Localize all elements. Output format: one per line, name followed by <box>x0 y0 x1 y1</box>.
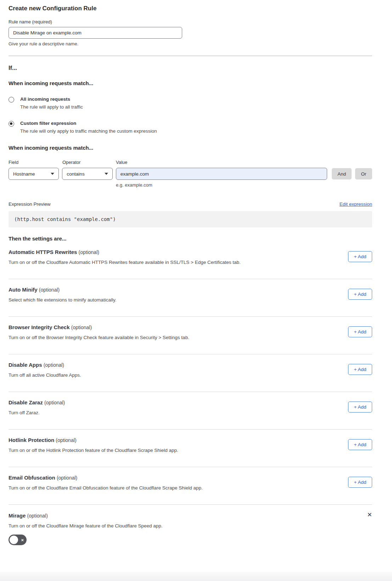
radio-option-all-requests[interactable]: All incoming requests The rule will appl… <box>9 96 372 110</box>
page-bottom-strip <box>0 572 392 581</box>
setting-optional-tag: (optional) <box>39 287 60 293</box>
radio-description: The rule will only apply to traffic matc… <box>20 128 157 134</box>
setting-item: Auto Minify (optional) + Add Select whic… <box>9 279 372 317</box>
operator-select[interactable]: contains <box>62 168 112 180</box>
setting-optional-tag: (optional) <box>44 400 65 405</box>
setting-title: Automatic HTTPS Rewrites (optional) <box>9 249 372 255</box>
radio-icon-selected[interactable] <box>9 121 14 127</box>
setting-description: Select which file extensions to minify a… <box>9 297 372 303</box>
setting-title: Auto Minify (optional) <box>9 287 372 293</box>
page-title: Create new Configuration Rule <box>9 5 372 12</box>
setting-description: Turn off all active Cloudflare Apps. <box>9 372 372 378</box>
radio-description: The rule will apply to all traffic <box>20 104 83 110</box>
value-input[interactable] <box>116 168 327 180</box>
setting-title: Mirage (optional) <box>9 513 372 519</box>
add-setting-button[interactable]: + Add <box>348 251 372 262</box>
field-label: Field <box>9 160 62 165</box>
rule-name-help: Give your rule a descriptive name. <box>9 41 372 46</box>
expression-builder-row: Hostname contains And Or <box>9 168 372 180</box>
mirage-toggle-off[interactable]: × <box>9 535 27 545</box>
setting-optional-tag: (optional) <box>57 475 77 481</box>
setting-name: Disable Zaraz <box>9 399 43 405</box>
setting-optional-tag: (optional) <box>71 325 92 330</box>
setting-optional-tag: (optional) <box>56 437 76 443</box>
setting-title: Browser Integrity Check (optional) <box>9 324 372 330</box>
setting-name: Email Obfuscation <box>9 475 55 481</box>
then-settings-heading: Then the settings are... <box>9 236 372 242</box>
setting-description: Turn on or off the Browser Integrity Che… <box>9 335 372 340</box>
setting-title: Disable Zaraz (optional) <box>9 399 372 405</box>
setting-item: Disable Apps (optional) + Add Turn off a… <box>9 354 372 392</box>
expression-builder-heading: When incoming requests match... <box>9 145 372 151</box>
add-setting-button[interactable]: + Add <box>348 439 372 450</box>
rule-name-input[interactable] <box>9 27 182 39</box>
settings-list: Automatic HTTPS Rewrites (optional) + Ad… <box>9 242 372 505</box>
setting-title: Hotlink Protection (optional) <box>9 437 372 443</box>
setting-item: Automatic HTTPS Rewrites (optional) + Ad… <box>9 242 372 279</box>
setting-name: Browser Integrity Check <box>9 324 70 330</box>
setting-item-mirage-expanded: Mirage (optional) ✕ Turn on or off the C… <box>9 505 372 545</box>
setting-name: Automatic HTTPS Rewrites <box>9 249 77 255</box>
setting-title: Disable Apps (optional) <box>9 362 372 368</box>
setting-description: Turn on or off the Cloudflare Automatic … <box>9 260 372 265</box>
setting-name: Auto Minify <box>9 287 38 293</box>
setting-optional-tag: (optional) <box>44 362 64 368</box>
field-select-value: Hostname <box>13 171 35 177</box>
add-setting-button[interactable]: + Add <box>348 289 372 300</box>
radio-label: All incoming requests <box>20 96 83 102</box>
expression-preview-code: (http.host contains "example.com") <box>9 211 372 227</box>
expression-preview-label: Expression Preview <box>9 201 51 207</box>
setting-name: Disable Apps <box>9 362 42 368</box>
operator-select-value: contains <box>67 171 84 177</box>
toggle-off-x-icon: × <box>21 537 24 543</box>
field-select[interactable]: Hostname <box>9 168 59 180</box>
setting-item: Browser Integrity Check (optional) + Add… <box>9 317 372 354</box>
setting-name: Mirage <box>9 513 26 519</box>
setting-description: Turn on or off the Cloudflare Email Obfu… <box>9 485 372 491</box>
radio-option-custom-filter[interactable]: Custom filter expression The rule will o… <box>9 121 372 134</box>
setting-optional-tag: (optional) <box>27 513 48 519</box>
radio-icon-unselected[interactable] <box>9 97 14 103</box>
value-label: Value <box>116 160 127 165</box>
add-setting-button[interactable]: + Add <box>348 326 372 337</box>
chevron-down-icon <box>51 173 54 175</box>
radio-label: Custom filter expression <box>20 121 157 126</box>
close-icon[interactable]: ✕ <box>367 512 372 518</box>
if-heading: If... <box>9 65 372 71</box>
setting-optional-tag: (optional) <box>79 249 99 255</box>
expression-preview-header: Expression Preview Edit expression <box>9 201 372 207</box>
setting-description: Turn on or off the Cloudflare Mirage fea… <box>9 523 372 529</box>
setting-description: Turn off Zaraz. <box>9 410 372 415</box>
match-type-radio-group: All incoming requests The rule will appl… <box>9 96 372 134</box>
value-help-text: e.g. example.com <box>116 182 372 188</box>
edit-expression-link[interactable]: Edit expression <box>340 201 372 207</box>
operator-label: Operator <box>62 160 116 165</box>
setting-description: Turn on or off the Hotlink Protection fe… <box>9 448 372 453</box>
setting-item: Email Obfuscation (optional) + Add Turn … <box>9 467 372 505</box>
setting-item: Hotlink Protection (optional) + Add Turn… <box>9 430 372 467</box>
or-button[interactable]: Or <box>355 168 372 179</box>
setting-title: Email Obfuscation (optional) <box>9 475 372 481</box>
add-setting-button[interactable]: + Add <box>348 402 372 413</box>
add-setting-button[interactable]: + Add <box>348 364 372 375</box>
setting-name: Hotlink Protection <box>9 437 54 443</box>
and-button[interactable]: And <box>332 168 352 179</box>
section-divider <box>9 56 372 56</box>
configuration-rule-form: Create new Configuration Rule Rule name … <box>0 0 392 545</box>
setting-item: Disable Zaraz (optional) + Add Turn off … <box>9 392 372 430</box>
add-setting-button[interactable]: + Add <box>348 477 372 488</box>
toggle-knob <box>10 536 18 544</box>
chevron-down-icon <box>105 173 108 175</box>
rule-name-label: Rule name (required) <box>9 19 372 24</box>
expression-builder-labels: Field Operator Value <box>9 160 372 165</box>
match-type-heading: When incoming requests match... <box>9 80 372 86</box>
